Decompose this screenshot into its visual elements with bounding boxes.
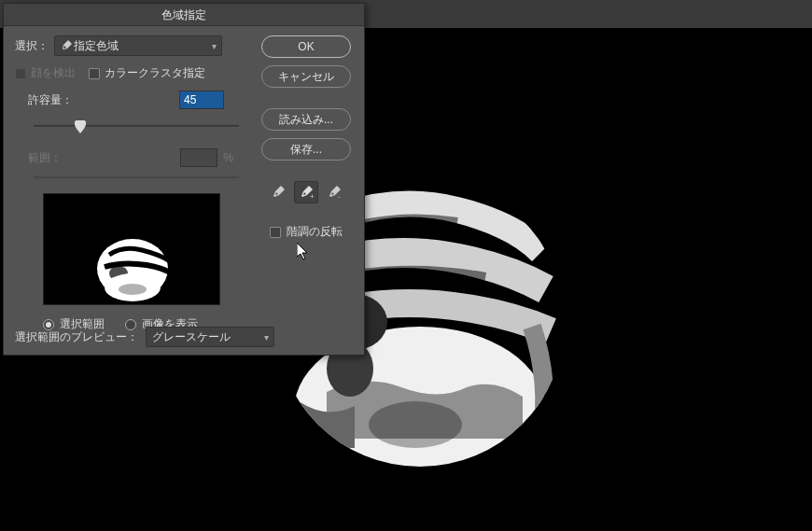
tolerance-label: 許容量： <box>28 92 73 108</box>
color-clusters-checkbox[interactable] <box>89 68 100 79</box>
range-unit: % <box>223 151 233 164</box>
preview-label: 選択範囲のプレビュー： <box>15 329 138 345</box>
select-label: 選択： <box>15 38 49 54</box>
preview-mode-value: グレースケール <box>152 329 231 345</box>
range-label: 範囲： <box>28 150 62 166</box>
eyedropper-icon <box>61 40 72 51</box>
detect-faces-label: 顔を検出 <box>31 65 76 81</box>
select-value: 指定色域 <box>74 38 119 54</box>
eyedropper-icon[interactable] <box>266 181 290 203</box>
preview-mode-dropdown[interactable]: グレースケール <box>146 327 274 347</box>
invert-label: 階調の反転 <box>287 224 343 240</box>
save-button[interactable]: 保存... <box>261 138 351 161</box>
select-dropdown[interactable]: 指定色域 <box>54 35 222 56</box>
dialog-title[interactable]: 色域指定 <box>4 4 364 26</box>
svg-text:+: + <box>310 192 314 200</box>
detect-faces-checkbox <box>15 68 26 79</box>
color-range-dialog: 色域指定 選択： 指定色域 顔を検出 カラークラスタ指定 <box>3 3 365 356</box>
eyedropper-add-icon[interactable]: + <box>294 181 318 203</box>
svg-text:-: - <box>338 192 341 200</box>
range-input <box>180 148 217 167</box>
svg-point-5 <box>369 401 462 448</box>
color-clusters-label: カラークラスタ指定 <box>105 65 205 81</box>
tolerance-slider[interactable] <box>34 119 239 133</box>
ok-button[interactable]: OK <box>261 35 351 58</box>
tolerance-input[interactable]: 45 <box>179 91 224 109</box>
selection-preview <box>43 193 220 305</box>
load-button[interactable]: 読み込み... <box>261 108 351 131</box>
cancel-button[interactable]: キャンセル <box>261 65 351 88</box>
svg-point-10 <box>119 284 147 295</box>
eyedropper-subtract-icon[interactable]: - <box>322 181 346 203</box>
slider-thumb[interactable] <box>75 120 86 130</box>
invert-checkbox[interactable] <box>270 227 281 238</box>
